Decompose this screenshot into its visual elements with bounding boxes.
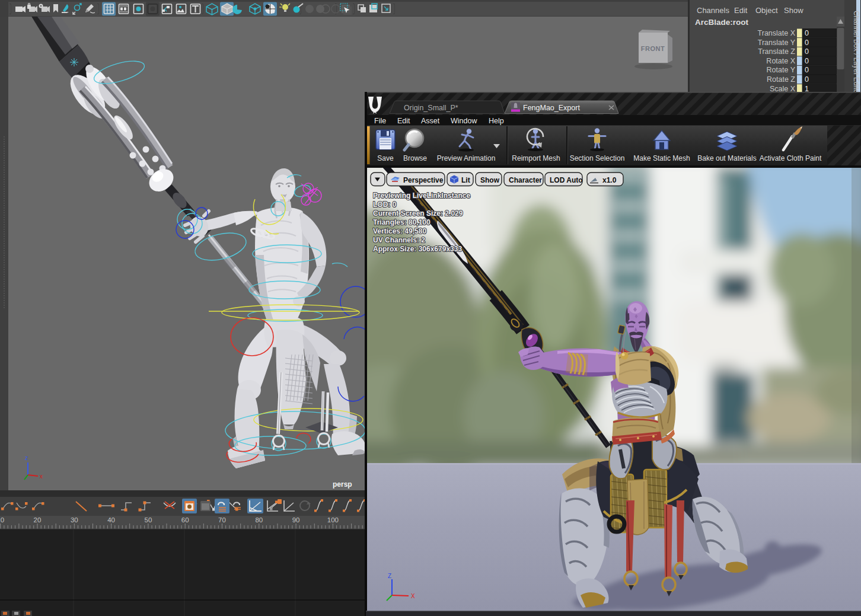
svg-text:Character: Character <box>509 176 542 184</box>
svg-text:Window: Window <box>451 117 477 125</box>
svg-text:Save: Save <box>377 154 394 162</box>
svg-text:FengMao_Export: FengMao_Export <box>523 104 580 112</box>
svg-text:Preview Animation: Preview Animation <box>437 154 496 162</box>
svg-text:0: 0 <box>805 57 809 65</box>
svg-text:100: 100 <box>327 516 339 524</box>
svg-text:Activate Cloth Paint: Activate Cloth Paint <box>760 154 822 162</box>
svg-text:Make Static Mesh: Make Static Mesh <box>633 154 690 162</box>
svg-text:UV Channels: 2: UV Channels: 2 <box>373 236 425 244</box>
svg-text:Translate X: Translate X <box>758 29 796 37</box>
svg-text:Help: Help <box>489 117 504 125</box>
svg-text:0: 0 <box>805 66 809 74</box>
svg-text:0: 0 <box>805 39 809 47</box>
svg-text:80: 80 <box>255 516 263 524</box>
svg-text:30: 30 <box>71 516 78 524</box>
svg-text:Perspective: Perspective <box>403 176 444 184</box>
svg-text:LOD: 0: LOD: 0 <box>373 200 397 209</box>
svg-text:Show: Show <box>480 176 500 184</box>
svg-text:persp: persp <box>333 480 352 489</box>
svg-text:20: 20 <box>34 516 42 524</box>
svg-text:z: z <box>25 455 28 461</box>
svg-text:Translate Z: Translate Z <box>758 47 795 56</box>
svg-text:Z: Z <box>388 573 391 579</box>
svg-text:Channels: Channels <box>697 6 729 15</box>
svg-text:Show: Show <box>784 6 803 15</box>
svg-text:Section Selection: Section Selection <box>570 154 625 162</box>
svg-text:Asset: Asset <box>421 117 440 125</box>
svg-text:Browse: Browse <box>403 154 427 162</box>
svg-text:Edit: Edit <box>734 6 748 15</box>
svg-text:40: 40 <box>107 516 115 524</box>
svg-text:X: X <box>411 593 415 599</box>
svg-text:Rotate X: Rotate X <box>766 57 795 65</box>
svg-text:70: 70 <box>218 516 226 524</box>
svg-text:60: 60 <box>181 516 189 524</box>
svg-text:0: 0 <box>805 75 809 84</box>
svg-text:90: 90 <box>292 516 300 524</box>
svg-text:Rotate Y: Rotate Y <box>767 66 796 74</box>
svg-text:LOD Auto: LOD Auto <box>550 176 583 184</box>
svg-text:10: 10 <box>0 516 4 524</box>
svg-text:Bake out Materials: Bake out Materials <box>697 154 756 162</box>
svg-text:x1.0: x1.0 <box>602 176 617 184</box>
svg-text:Reimport Mesh: Reimport Mesh <box>512 154 560 162</box>
svg-text:Translate Y: Translate Y <box>758 39 796 47</box>
svg-text:ArcBlade:root: ArcBlade:root <box>695 18 749 27</box>
svg-text:Triangles: 80,100: Triangles: 80,100 <box>373 218 430 226</box>
svg-text:1: 1 <box>805 85 809 93</box>
svg-text:Lit: Lit <box>461 176 470 184</box>
svg-text:FRONT: FRONT <box>641 45 665 52</box>
svg-text:Current Screen Size: 2.029: Current Screen Size: 2.029 <box>373 209 463 218</box>
svg-text:0: 0 <box>805 47 809 56</box>
svg-text:Rotate Z: Rotate Z <box>767 75 795 84</box>
svg-text:Channel Box / Layer Editor: Channel Box / Layer Editor <box>852 11 860 95</box>
svg-text:Edit: Edit <box>397 117 410 125</box>
svg-text:File: File <box>374 117 386 125</box>
svg-text:x: x <box>40 473 43 480</box>
svg-text:0: 0 <box>805 29 809 37</box>
svg-text:Scale X: Scale X <box>770 85 796 93</box>
svg-text:Vertices: 49,580: Vertices: 49,580 <box>373 227 426 235</box>
svg-text:Object: Object <box>755 6 778 15</box>
svg-text:Approx Size: 306x679x333: Approx Size: 306x679x333 <box>373 245 462 253</box>
svg-text:Origin_Small_P*: Origin_Small_P* <box>404 104 458 112</box>
svg-text:Previewing LiveLinkInstance: Previewing LiveLinkInstance <box>373 191 470 200</box>
svg-text:50: 50 <box>145 516 152 524</box>
